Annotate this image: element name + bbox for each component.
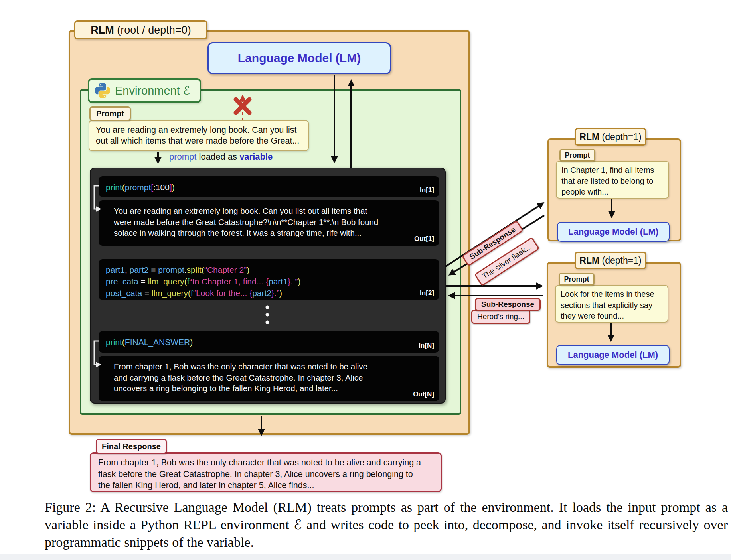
python-repl-panel: print(prompt[:100]) In[1] You are readin…: [90, 168, 446, 404]
language-model-root-box: Language Model (LM): [207, 42, 391, 74]
repl-output-outN: From chapter 1, Bob was the only charact…: [99, 356, 439, 394]
final-response-tag: Final Response: [96, 439, 167, 454]
figure-2-rlm-diagram: RLM (root / depth=0) Language Model (LM)…: [0, 0, 731, 560]
repl-output-out1: You are reading an extremely long book. …: [99, 200, 439, 239]
rlm-root-label-text: RLM (root / depth=0): [91, 24, 191, 36]
prompt-box-child1: In Chapter 1, find all itemsthat are lis…: [556, 161, 669, 199]
rlm-child1-label: RLM (depth=1): [575, 128, 646, 146]
repl-cell-inN: print(FINAL_ANSWER) In[N]: [99, 331, 439, 353]
figure-caption: Figure 2: A Recursive Language Model (RL…: [45, 499, 728, 551]
repl-label-in1: In[1]: [420, 186, 434, 194]
prompt-box-root: You are reading an extremely long book. …: [89, 120, 309, 151]
environment-label-text: Environment ℰ: [115, 84, 190, 97]
prompt-tag-root: Prompt: [89, 106, 131, 121]
repl-label-inN: In[N]: [419, 342, 434, 350]
prompt-loaded-note: prompt loaded as variable: [169, 152, 273, 162]
language-model-child2-box: Language Model (LM): [556, 345, 670, 365]
rlm-child2-label: RLM (depth=1): [575, 252, 646, 269]
repl-code-in2: part1, part2 = prompt.split(“Chapter 2”)…: [99, 259, 439, 299]
python-logo-icon: [95, 83, 110, 98]
repl-cell-out1: You are reading an extremely long book. …: [99, 200, 439, 246]
repl-code-in1: print(prompt[:100]): [99, 176, 439, 193]
repl-label-out1: Out[1]: [414, 235, 434, 243]
page-bottom-band: [0, 554, 731, 560]
repl-cell-outN: From chapter 1, Bob was the only charact…: [99, 356, 439, 401]
repl-cell-in1: print(prompt[:100]) In[1]: [99, 176, 439, 197]
rlm-root-label: RLM (root / depth=0): [74, 20, 207, 39]
sub-response-tag-2: Sub-Response: [475, 298, 541, 311]
repl-cell-in2: part1, part2 = prompt.split(“Chapter 2”)…: [99, 259, 439, 300]
repl-code-inN: print(FINAL_ANSWER): [99, 331, 439, 348]
final-response-box: From chapter 1, Bob was the only charact…: [90, 452, 442, 492]
prompt-tag-child2: Prompt: [559, 273, 595, 286]
language-model-child1-box: Language Model (LM): [557, 222, 670, 242]
environment-label: Environment ℰ: [88, 78, 201, 103]
prompt-tag-child1: Prompt: [559, 149, 595, 162]
repl-label-in2: In[2]: [420, 289, 434, 297]
sub-response-value-2: Herod’s ring...: [471, 310, 530, 324]
prompt-box-child2: Look for the items in thesesections that…: [555, 285, 668, 323]
repl-label-outN: Out[N]: [413, 390, 434, 398]
